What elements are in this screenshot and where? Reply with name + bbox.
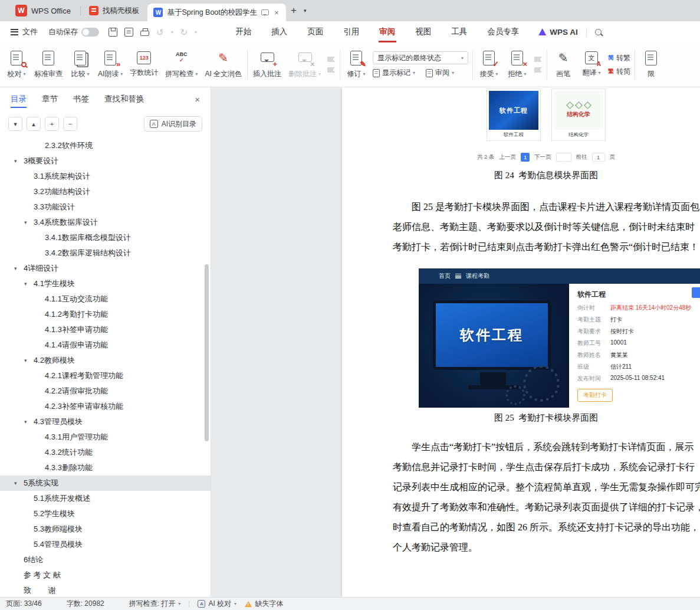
toc-item[interactable]: 5.4管理员模块 xyxy=(0,537,211,552)
toc-item[interactable]: 4.2.2请假审批功能 xyxy=(0,383,211,399)
zoom-out-button[interactable]: − xyxy=(63,117,77,131)
review-pane-button[interactable]: 审阅▾ xyxy=(426,68,454,78)
toc-expand-arrow-icon[interactable]: ▾ xyxy=(24,358,27,363)
redo-icon[interactable]: ↻ xyxy=(180,28,188,37)
toc-item[interactable]: 4.1.4请假申请功能 xyxy=(0,337,211,353)
toc-item[interactable]: 6结论 xyxy=(0,552,211,568)
menu-tab-开始[interactable]: 开始 xyxy=(225,21,261,42)
insert-comment-button[interactable]: + 插入批注 xyxy=(249,48,285,81)
menu-tab-插入[interactable]: 插入 xyxy=(261,21,297,42)
accept-change-button[interactable]: ✓ 接受▾ xyxy=(475,48,503,81)
toc-item[interactable]: ▾3.4系统数据库设计 xyxy=(0,215,211,230)
simplified-to-traditional-button[interactable]: 简 转繁 xyxy=(608,53,630,63)
toc-item[interactable]: 4.1.2考勤打卡功能 xyxy=(0,307,211,322)
traditional-to-simplified-button[interactable]: 繁 转简 xyxy=(608,67,630,77)
compare-button[interactable]: 比较▾ xyxy=(66,48,94,81)
save-icon[interactable] xyxy=(109,28,117,37)
show-markup-button[interactable]: 显示标记▾ xyxy=(373,68,415,78)
change-nav-buttons[interactable] xyxy=(531,57,545,73)
tab-current-document[interactable]: W 基于Spring Boot的校园学生 × xyxy=(147,4,285,21)
redo-chevron-icon[interactable]: ▾ xyxy=(195,29,197,35)
toc-item[interactable]: 5.1系统开发概述 xyxy=(0,491,211,506)
toc-item[interactable]: 4.1.1互动交流功能 xyxy=(0,291,211,307)
tab-list-chevron-icon[interactable]: ▾ xyxy=(301,8,309,14)
menu-tab-视图[interactable]: 视图 xyxy=(405,21,441,42)
toc-item[interactable]: 3.4.2数据库逻辑结构设计 xyxy=(0,245,211,261)
figure-25[interactable]: 首页 课程考勤 软件工程 软件工程 倒计时距离结束 1 xyxy=(419,268,700,408)
missing-font-warning[interactable]: 缺失字体 xyxy=(245,599,283,609)
undo-icon[interactable]: ↺ xyxy=(156,28,164,37)
sidebar-tab-查找和替换[interactable]: 查找和替换 xyxy=(104,87,144,111)
toc-item[interactable]: 致 谢 xyxy=(0,583,211,597)
sidebar-tab-章节[interactable]: 章节 xyxy=(42,87,58,111)
sidebar-scrollbar[interactable] xyxy=(205,264,209,441)
toc-item[interactable]: 4.2.1课程考勤管理功能 xyxy=(0,368,211,383)
file-menu-button[interactable]: 文件 xyxy=(7,27,41,37)
toc-item[interactable]: ▾3概要设计 xyxy=(0,153,211,169)
toc-item[interactable]: 4.3.3删除功能 xyxy=(0,460,211,475)
toc-item[interactable]: ▾4.2教师模块 xyxy=(0,353,211,368)
toc-item[interactable]: 3.3功能设计 xyxy=(0,199,211,215)
word-count-button[interactable]: 123 字数统计 xyxy=(126,49,162,80)
print-icon[interactable] xyxy=(140,31,149,36)
comment-nav-buttons[interactable] xyxy=(324,57,338,73)
toc-expand-arrow-icon[interactable]: ▾ xyxy=(14,158,17,164)
sidebar-tab-书签[interactable]: 书签 xyxy=(73,87,89,111)
menu-tab-页面[interactable]: 页面 xyxy=(297,21,333,42)
toc-item[interactable]: ▾5系统实现 xyxy=(0,475,211,491)
toc-item[interactable]: 5.2学生模块 xyxy=(0,506,211,522)
toc-expand-arrow-icon[interactable]: ▾ xyxy=(24,419,27,425)
toc-item[interactable]: 5.3教师端模块 xyxy=(0,522,211,537)
toc-item[interactable]: 4.1.3补签申请功能 xyxy=(0,322,211,337)
toc-item[interactable]: 4.2.3补签申请审核功能 xyxy=(0,399,211,414)
standard-review-button[interactable]: 标准审查 xyxy=(31,48,66,81)
search-icon[interactable] xyxy=(595,29,602,35)
track-changes-button[interactable]: ✎ 修订▾ xyxy=(342,48,370,81)
toc-item[interactable]: 3.4.1数据库概念模型设计 xyxy=(0,230,211,245)
markup-state-dropdown[interactable]: 显示标记的最终状态 ▾ xyxy=(373,51,468,64)
toc-item[interactable]: 4.3.1用户管理功能 xyxy=(0,429,211,445)
restrict-editing-button[interactable]: 限 xyxy=(637,48,665,81)
toc-item[interactable]: ▾4详细设计 xyxy=(0,261,211,276)
ink-brush-button[interactable]: ✎ 画笔 xyxy=(549,48,577,81)
tab-docer-template[interactable]: 找稿壳模板 xyxy=(81,0,148,21)
proofread-button[interactable]: 校对▾ xyxy=(2,48,31,81)
zoom-in-button[interactable]: + xyxy=(45,117,59,131)
collapse-all-button[interactable]: ▾ xyxy=(8,117,22,131)
reject-change-button[interactable]: × 拒绝▾ xyxy=(503,48,531,81)
translate-button[interactable]: 文A 翻译▾ xyxy=(577,49,606,80)
toc-item[interactable]: 参 考 文 献 xyxy=(0,568,211,583)
toc-expand-arrow-icon[interactable]: ▾ xyxy=(14,480,17,486)
document-area[interactable]: 软件工程 软件工程 结构化学 结构化学 共 2 条 xyxy=(211,87,700,597)
menu-tab-工具[interactable]: 工具 xyxy=(441,21,477,42)
wps-ai-button[interactable]: WPS AI xyxy=(538,28,578,37)
toc-item[interactable]: 3.2功能结构设计 xyxy=(0,184,211,199)
menu-tab-引用[interactable]: 引用 xyxy=(333,21,369,42)
sidebar-close-icon[interactable]: × xyxy=(195,94,200,104)
menu-tab-审阅[interactable]: 审阅 xyxy=(369,21,405,42)
toc-item[interactable]: 4.3.2统计功能 xyxy=(0,445,211,460)
wps-home-button[interactable]: W WPS Office xyxy=(6,0,80,21)
undo-chevron-icon[interactable]: ▾ xyxy=(171,29,173,35)
toc-item[interactable]: ▾4.1学生模块 xyxy=(0,276,211,291)
toc-item[interactable]: 2.3.2软件环境 xyxy=(0,138,211,153)
ai-recognize-toc-button[interactable]: AI识别目录 xyxy=(144,116,202,132)
print-preview-icon[interactable] xyxy=(124,28,133,37)
delete-comment-button[interactable]: × 删除批注▾ xyxy=(285,48,324,81)
toc-expand-arrow-icon[interactable]: ▾ xyxy=(24,281,27,287)
toc-expand-arrow-icon[interactable]: ▾ xyxy=(24,219,27,225)
close-tab-icon[interactable]: × xyxy=(273,8,280,17)
toc-item[interactable]: ▾4.3管理员模块 xyxy=(0,414,211,429)
spell-check-status[interactable]: 拼写检查: 打开▾ xyxy=(129,599,181,609)
toc-item[interactable]: 3.1系统架构设计 xyxy=(0,169,211,184)
toc-expand-arrow-icon[interactable]: ▾ xyxy=(14,265,17,271)
sidebar-tab-目录[interactable]: 目录 xyxy=(11,87,27,111)
autosave-toggle[interactable] xyxy=(81,28,99,37)
new-tab-button[interactable]: + xyxy=(286,3,301,18)
ai-proofread-status[interactable]: AI 校对▾ xyxy=(198,599,236,609)
spell-check-button[interactable]: ABC✓ 拼写检查▾ xyxy=(162,48,201,81)
menu-tab-会员专享[interactable]: 会员专享 xyxy=(477,21,529,42)
ai-read-aloud-button[interactable]: » AI朗读▾ xyxy=(94,48,126,81)
expand-all-button[interactable]: ▴ xyxy=(27,117,41,131)
ai-polish-button[interactable]: ✎ AI 全文润色 xyxy=(201,48,245,81)
